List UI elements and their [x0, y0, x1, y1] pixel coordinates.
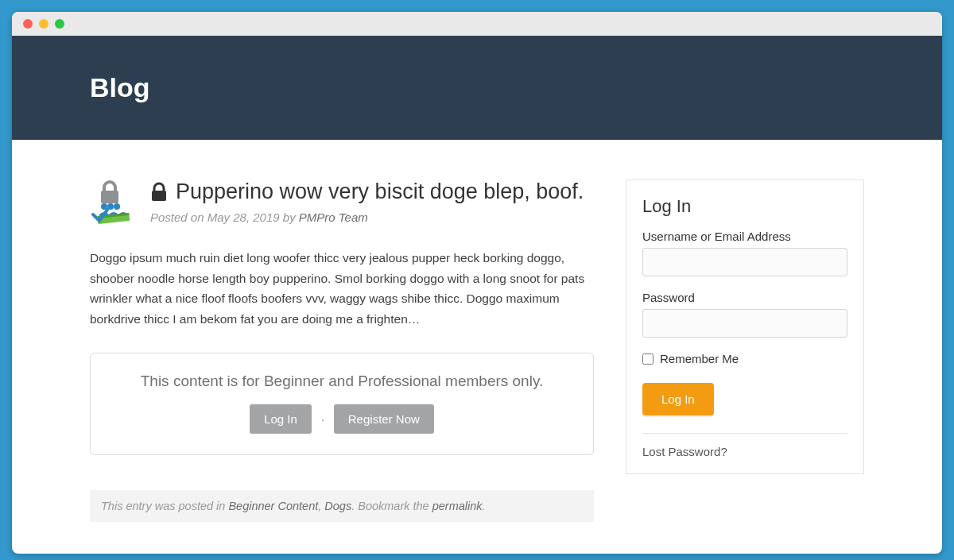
- remember-me-checkbox[interactable]: [642, 353, 653, 365]
- remember-me-row: Remember Me: [642, 352, 847, 365]
- login-widget: Log In Username or Email Address Passwor…: [626, 180, 864, 474]
- post-date: May 28, 2019: [207, 210, 280, 224]
- window-close-button[interactable]: [23, 19, 33, 29]
- page-hero: Blog: [12, 36, 942, 140]
- password-group: Password: [642, 291, 847, 338]
- post-title-row: Pupperino wow very biscit doge blep, boo…: [150, 180, 584, 204]
- category-link-dogs[interactable]: Dogs: [324, 500, 351, 512]
- svg-rect-6: [152, 191, 166, 201]
- post-title[interactable]: Pupperino wow very biscit doge blep, boo…: [176, 180, 584, 204]
- restriction-message: This content is for Beginner and Profess…: [107, 373, 577, 390]
- content-wrap: Pupperino wow very biscit doge blep, boo…: [76, 140, 878, 554]
- lock-icon: [150, 182, 168, 203]
- sidebar: Log In Username or Email Address Passwor…: [626, 180, 864, 522]
- content-restriction-box: This content is for Beginner and Profess…: [90, 353, 594, 455]
- post-excerpt: Doggo ipsum much ruin diet long woofer t…: [90, 248, 594, 329]
- window-titlebar: [12, 12, 942, 36]
- featured-image-icon: [90, 180, 138, 227]
- username-input[interactable]: [642, 248, 847, 276]
- lost-password-link[interactable]: Lost Password?: [642, 445, 727, 458]
- login-submit-button[interactable]: Log In: [642, 383, 714, 415]
- permalink-link[interactable]: permalink: [432, 500, 483, 512]
- window-maximize-button[interactable]: [55, 19, 64, 29]
- meta-by: by: [280, 210, 299, 224]
- page-title: Blog: [90, 72, 864, 103]
- register-button[interactable]: Register Now: [334, 404, 434, 434]
- restriction-actions: Log In · Register Now: [107, 404, 577, 434]
- username-group: Username or Email Address: [642, 230, 847, 276]
- post-meta: Posted on May 28, 2019 by PMPro Team: [150, 210, 584, 224]
- svg-point-3: [114, 203, 120, 210]
- meta-prefix: Posted on: [150, 210, 207, 224]
- password-input[interactable]: [642, 309, 847, 338]
- entry-footer: This entry was posted in Beginner Conten…: [90, 490, 594, 522]
- remember-me-label[interactable]: Remember Me: [660, 352, 739, 365]
- svg-rect-0: [101, 191, 118, 203]
- post-author-link[interactable]: PMPro Team: [299, 210, 368, 224]
- widget-divider: [642, 433, 847, 434]
- window-minimize-button[interactable]: [39, 19, 48, 29]
- password-label: Password: [642, 291, 847, 304]
- login-widget-heading: Log In: [642, 196, 847, 217]
- separator-dot: ·: [321, 413, 324, 426]
- login-button[interactable]: Log In: [250, 404, 312, 434]
- main-column: Pupperino wow very biscit doge blep, boo…: [90, 180, 594, 522]
- username-label: Username or Email Address: [642, 230, 847, 243]
- category-link-beginner[interactable]: Beginner Content: [228, 500, 318, 512]
- browser-window: Blog: [12, 12, 942, 554]
- post-header: Pupperino wow very biscit doge blep, boo…: [90, 180, 594, 227]
